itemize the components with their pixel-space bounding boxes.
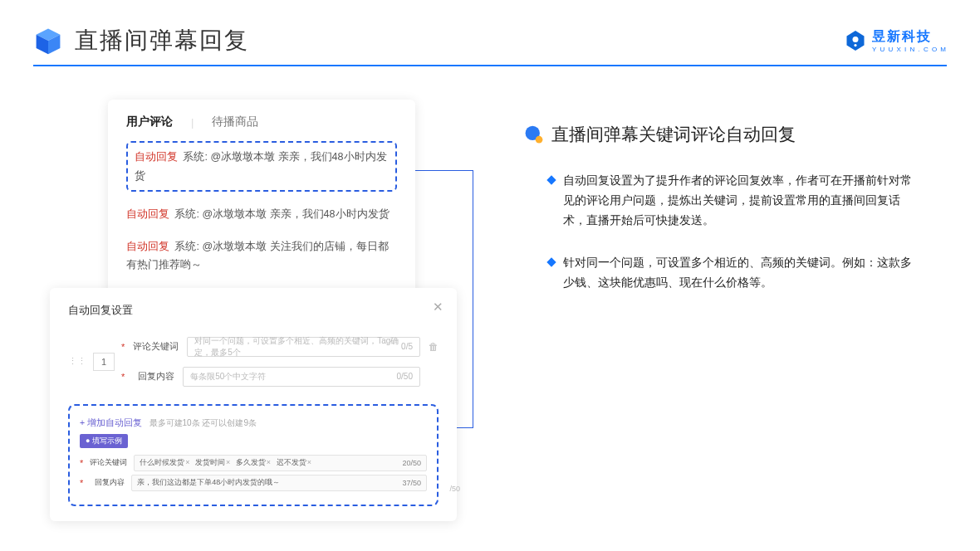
diamond-icon [546, 258, 556, 267]
settings-title: 自动回复设置 [68, 303, 439, 321]
header-left: 直播间弹幕回复 [33, 25, 249, 56]
comment-prefix: 系统: [174, 241, 198, 252]
outer-count: /50 [449, 485, 460, 493]
trash-icon[interactable]: 🗑 [429, 341, 439, 353]
bullet-item: 针对同一个问题，可设置多个相近的、高频的关键词。例如：这款多少钱、这块能优惠吗、… [548, 253, 955, 293]
required-marker: * [121, 372, 125, 382]
required-marker: * [80, 458, 83, 468]
close-icon[interactable]: ✕ [433, 300, 443, 315]
drag-handle-icon[interactable]: ⋮⋮ [68, 356, 86, 367]
add-auto-reply-link[interactable]: + 增加自动回复 [80, 417, 142, 427]
required-marker: * [121, 342, 125, 352]
bullet-list: 自动回复设置为了提升作者的评论回复效率，作者可在开播前针对常见的评论用户问题，提… [523, 171, 955, 293]
comment-prefix: 系统: [174, 208, 198, 220]
tab-user-comments[interactable]: 用户评论 [126, 115, 173, 129]
char-count: 37/50 [402, 479, 421, 487]
tab-separator: | [191, 116, 194, 129]
auto-reply-tag: 自动回复 [126, 241, 169, 252]
settings-card: 自动回复设置 ✕ ⋮⋮ 1 * 评论关键词 对同一个问题，可设置多个相近、高频的… [50, 288, 457, 521]
comment-prefix: 系统: [183, 151, 207, 163]
page-header: 直播间弹幕回复 昱新科技 Y U U X I N . C O M [0, 0, 980, 65]
keyword-input[interactable]: 对同一个问题，可设置多个相近、高频的关键词，Tag确定，最多5个 0/5 [187, 337, 420, 357]
add-rule-row: + 增加自动回复 最多可建10条 还可以创建9条 [80, 414, 427, 429]
comment-text: @冰墩墩本墩 亲亲，我们48小时内发货 [202, 208, 389, 220]
ex-reply-value: 亲，我们这边都是下单48小时内发货的哦～ [137, 477, 280, 488]
input-placeholder: 对同一个问题，可设置多个相近、高频的关键词，Tag确定，最多5个 [194, 335, 401, 358]
input-placeholder: 每条限50个中文字符 [190, 371, 266, 383]
highlighted-comment: 自动回复 系统: @冰墩墩本墩 亲亲，我们48小时内发货 [126, 141, 397, 192]
bullet-item: 自动回复设置为了提升作者的评论回复效率，作者可在开播前针对常见的评论用户问题，提… [548, 171, 955, 230]
screenshots-column: 用户评论 | 待播商品 自动回复 系统: @冰墩墩本墩 亲亲，我们48小时内发货… [50, 100, 465, 521]
auto-reply-tag: 自动回复 [126, 208, 169, 220]
ex-keyword-input[interactable]: 什么时候发货× 发货时间× 多久发货× 迟不发货× 20/50 [134, 455, 427, 471]
diamond-icon [546, 175, 556, 184]
logo-text-en: Y U U X I N . C O M [872, 46, 947, 53]
ex-keyword-label: 评论关键词 [90, 457, 127, 468]
char-count: 0/50 [397, 372, 413, 381]
comments-card: 用户评论 | 待播商品 自动回复 系统: @冰墩墩本墩 亲亲，我们48小时内发货… [108, 100, 415, 296]
logo-icon [844, 29, 867, 52]
chat-bubble-icon [523, 124, 543, 144]
svg-point-4 [854, 44, 856, 46]
keyword-field-row: * 评论关键词 对同一个问题，可设置多个相近、高频的关键词，Tag确定，最多5个… [121, 334, 439, 359]
comment-item: 自动回复 系统: @冰墩墩本墩 关注我们的店铺，每日都有热门推荐哟～ [126, 231, 397, 281]
example-box: + 增加自动回复 最多可建10条 还可以创建9条 ● 填写示例 * 评论关键词 … [68, 404, 439, 506]
svg-point-3 [853, 37, 859, 42]
comment-item: 自动回复 系统: @冰墩墩本墩 亲亲，我们48小时内发货 [135, 148, 389, 185]
add-limit-text: 最多可建10条 还可以创建9条 [149, 418, 257, 427]
char-count: 20/50 [402, 459, 421, 467]
logo-text-cn: 昱新科技 [872, 28, 947, 46]
rule-index: 1 [93, 353, 115, 371]
reply-field-row: * 回复内容 每条限50个中文字符 0/50 [121, 364, 439, 389]
reply-label: 回复内容 [133, 370, 174, 383]
description-column: 直播间弹幕关键词评论自动回复 自动回复设置为了提升作者的评论回复效率，作者可在开… [523, 100, 955, 521]
keyword-tags: 什么时候发货× 发货时间× 多久发货× 迟不发货× [140, 457, 315, 468]
bullet-text: 针对同一个问题，可设置多个相近的、高频的关键词。例如：这款多少钱、这块能优惠吗、… [563, 253, 912, 293]
ex-reply-label: 回复内容 [90, 477, 125, 488]
example-keyword-row: * 评论关键词 什么时候发货× 发货时间× 多久发货× 迟不发货× 20/50 [80, 453, 427, 473]
page-title: 直播间弹幕回复 [75, 25, 249, 56]
section-heading: 直播间弹幕关键词评论自动回复 [523, 123, 955, 146]
svg-point-6 [536, 136, 543, 144]
bullet-text: 自动回复设置为了提升作者的评论回复效率，作者可在开播前针对常见的评论用户问题，提… [563, 171, 912, 230]
setting-rule-row: ⋮⋮ 1 * 评论关键词 对同一个问题，可设置多个相近、高频的关键词，Tag确定… [68, 321, 439, 394]
ex-reply-input[interactable]: 亲，我们这边都是下单48小时内发货的哦～ 37/50 [131, 475, 427, 491]
auto-reply-tag: 自动回复 [135, 151, 178, 163]
brand-logo: 昱新科技 Y U U X I N . C O M [844, 28, 947, 53]
char-count: 0/5 [401, 342, 413, 351]
example-reply-row: * 回复内容 亲，我们这边都是下单48小时内发货的哦～ 37/50 [80, 473, 427, 493]
example-badge: ● 填写示例 [80, 434, 128, 448]
keyword-label: 评论关键词 [133, 340, 179, 353]
required-marker: * [80, 478, 83, 488]
cube-icon [33, 26, 63, 56]
reply-input[interactable]: 每条限50个中文字符 0/50 [183, 367, 420, 387]
comment-item: 自动回复 系统: @冰墩墩本墩 亲亲，我们48小时内发货 [126, 198, 397, 231]
section-title: 直播间弹幕关键词评论自动回复 [551, 123, 796, 146]
tab-pending-goods[interactable]: 待播商品 [212, 115, 258, 129]
tabs: 用户评论 | 待播商品 [126, 115, 397, 138]
